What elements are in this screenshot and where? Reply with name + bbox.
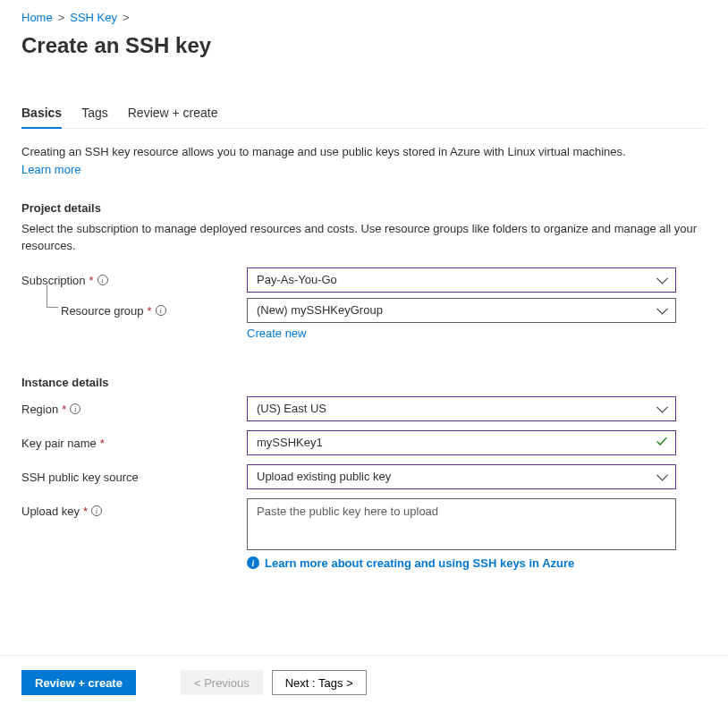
section-project-details: Project details	[21, 201, 707, 215]
required-asterisk: *	[89, 274, 94, 287]
project-details-desc: Select the subscription to manage deploy…	[21, 220, 707, 255]
ssh-help-row: i Learn more about creating and using SS…	[247, 556, 676, 570]
info-icon: i	[247, 556, 259, 569]
tab-basics[interactable]: Basics	[21, 106, 62, 129]
resource-group-label: Resource group * i	[21, 298, 247, 318]
intro-text: Creating an SSH key resource allows you …	[21, 143, 707, 161]
ssh-source-label: SSH public key source	[21, 464, 247, 484]
chevron-right-icon: >	[123, 11, 130, 24]
section-instance-details: Instance details	[21, 376, 707, 389]
required-asterisk: *	[62, 403, 66, 416]
chevron-right-icon: >	[58, 11, 65, 24]
info-icon[interactable]: i	[70, 403, 80, 414]
upload-key-textarea[interactable]	[247, 498, 676, 550]
region-label: Region * i	[21, 396, 247, 416]
next-button[interactable]: Next : Tags >	[272, 670, 367, 695]
footer: Review + create < Previous Next : Tags >	[0, 655, 728, 713]
breadcrumb-sshkey[interactable]: SSH Key	[70, 11, 117, 24]
breadcrumb: Home > SSH Key >	[21, 11, 707, 24]
tabs: Basics Tags Review + create	[21, 105, 707, 129]
review-create-button[interactable]: Review + create	[21, 670, 136, 695]
breadcrumb-home[interactable]: Home	[21, 11, 53, 24]
resource-group-dropdown[interactable]: (New) mySSHKeyGroup	[247, 298, 676, 323]
tab-tags[interactable]: Tags	[81, 106, 108, 129]
info-icon[interactable]: i	[97, 275, 108, 285]
key-pair-name-input[interactable]: mySSHKey1	[247, 430, 676, 455]
page-title: Create an SSH key	[21, 33, 707, 58]
region-dropdown[interactable]: (US) East US	[247, 396, 676, 421]
ssh-help-link[interactable]: Learn more about creating and using SSH …	[265, 556, 574, 570]
learn-more-link[interactable]: Learn more	[21, 163, 80, 176]
ssh-source-dropdown[interactable]: Upload existing public key	[247, 464, 676, 489]
checkmark-icon	[656, 435, 668, 450]
upload-key-label: Upload key * i	[21, 498, 247, 518]
required-asterisk: *	[148, 304, 152, 318]
previous-button: < Previous	[181, 670, 263, 695]
subscription-label: Subscription * i	[21, 267, 247, 287]
subscription-dropdown[interactable]: Pay-As-You-Go	[247, 267, 676, 293]
required-asterisk: *	[100, 437, 105, 450]
info-icon[interactable]: i	[156, 305, 166, 316]
tab-review[interactable]: Review + create	[128, 106, 218, 129]
create-new-link[interactable]: Create new	[247, 327, 306, 340]
required-asterisk: *	[83, 505, 88, 518]
info-icon[interactable]: i	[91, 505, 102, 516]
key-pair-name-label: Key pair name *	[21, 430, 247, 450]
